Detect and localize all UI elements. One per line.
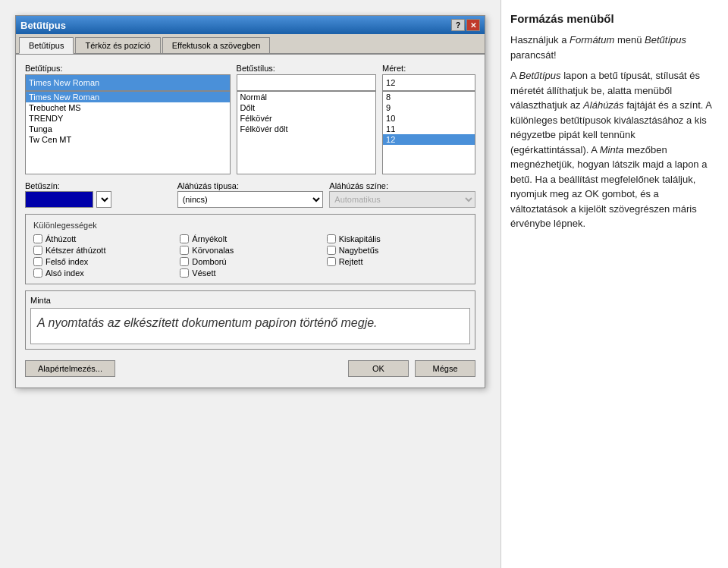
checkbox-ketszer-athuzott: Kétszer áthúzott [33, 246, 174, 255]
color-dropdown[interactable]: ▼ [96, 191, 111, 208]
checkbox-arnyekolt-label: Árnyékolt [192, 234, 227, 243]
font-list-item[interactable]: Tunga [26, 124, 230, 134]
checkbox-arnyekolt: Árnyékolt [180, 234, 320, 243]
underline-type-select[interactable]: (nincs) [177, 191, 324, 208]
checkbox-korvonalas-label: Körvonalas [192, 246, 234, 255]
underline-color-col: Aláhúzás színe: Automatikus [329, 180, 475, 208]
font-list[interactable]: Times New Roman Trebuchet MS TRENDY Tung… [25, 91, 231, 174]
checkbox-felso-index-label: Felső index [46, 257, 88, 266]
font-input[interactable] [25, 74, 231, 91]
dialog-title: Betűtípus [20, 20, 66, 31]
checkbox-rejtett: Rejtett [327, 257, 467, 266]
checkbox-kiskapitalis-input[interactable] [327, 234, 336, 243]
font-list-item[interactable]: Tw Cen MT [26, 134, 230, 145]
special-box: Különlegességek Áthúzott Árnyékolt Kiska… [25, 214, 475, 284]
default-button[interactable]: Alapértelmezés... [25, 360, 115, 377]
style-list-item[interactable]: Félkövér dőlt [237, 124, 375, 134]
help-text: Használjuk a Formátum menü Betűtípus par… [510, 33, 716, 231]
ok-button[interactable]: OK [348, 360, 409, 377]
size-col: Méret: 8 9 10 11 12 [382, 64, 475, 174]
underline-type-label: Aláhúzás típusa: [177, 181, 239, 190]
help-paragraph-1: Használjuk a Formátum menü Betűtípus par… [510, 33, 716, 62]
checkbox-kiskapitalis: Kiskapitális [327, 234, 467, 243]
checkbox-rejtett-label: Rejtett [339, 257, 363, 266]
checkbox-athuzott-input[interactable] [33, 234, 42, 243]
tab-effects[interactable]: Effektusok a szövegben [162, 37, 271, 53]
checkbox-domboru-label: Domború [192, 257, 226, 266]
font-list-item[interactable]: TRENDY [26, 113, 230, 124]
checkbox-domboru-input[interactable] [180, 257, 189, 266]
size-list-item[interactable]: 8 [383, 92, 475, 102]
underline-row: Betűszín: ▼ Aláhúzás típusa: (nincs) [25, 180, 475, 208]
font-dialog: Betűtípus ? ✕ Betűtípus Térköz és pozíci… [15, 15, 485, 388]
tab-bar: Betűtípus Térköz és pozíció Effektusok a… [16, 34, 485, 55]
font-list-item[interactable]: Trebuchet MS [26, 102, 230, 113]
checkbox-domboru: Domború [180, 257, 320, 266]
title-bar: Betűtípus ? ✕ [16, 16, 485, 34]
font-list-item[interactable]: Times New Roman [26, 92, 230, 102]
checkbox-arnyekolt-input[interactable] [180, 234, 189, 243]
color-col: Betűszín: ▼ [25, 180, 171, 208]
style-label: Betűstílus: [237, 64, 376, 73]
underline-type-col: Aláhúzás típusa: (nincs) [177, 180, 324, 208]
color-label: Betűszín: [25, 181, 60, 190]
preview-box: Minta A nyomtatás az elkészített dokumen… [25, 290, 475, 350]
checkbox-also-index: Alsó index [33, 268, 174, 278]
checkbox-korvonalas-input[interactable] [180, 246, 189, 255]
help-title: Formázás menüből [510, 12, 716, 25]
cancel-button[interactable]: Mégse [415, 360, 475, 377]
checkbox-vesett-input[interactable] [180, 268, 189, 278]
title-bar-buttons: ? ✕ [451, 19, 480, 31]
style-list-item[interactable]: Normál [237, 92, 375, 102]
checkbox-rejtett-input[interactable] [327, 257, 336, 266]
dialog-area: Betűtípus ? ✕ Betűtípus Térköz és pozíci… [0, 0, 500, 568]
bottom-buttons: Alapértelmezés... OK Mégse [25, 356, 475, 378]
size-list-item[interactable]: 11 [383, 124, 475, 134]
size-list[interactable]: 8 9 10 11 12 [382, 91, 475, 174]
font-row: Betűtípus: Times New Roman Trebuchet MS … [25, 64, 475, 174]
checkbox-felso-index: Felső index [33, 257, 174, 266]
help-button[interactable]: ? [451, 19, 465, 31]
checkbox-athuzott: Áthúzott [33, 234, 174, 243]
style-list-item[interactable]: Félkövér [237, 113, 375, 124]
checkbox-nagybetus-input[interactable] [327, 246, 336, 255]
checkbox-nagybetus-label: Nagybetűs [339, 246, 379, 255]
checkbox-also-index-input[interactable] [33, 268, 42, 278]
style-list[interactable]: Normál Dőlt Félkövér Félkövér dőlt [237, 91, 376, 174]
checkbox-korvonalas: Körvonalas [180, 246, 320, 255]
checkbox-vesett: Vésett [180, 268, 320, 278]
special-title: Különlegességek [33, 221, 467, 230]
tab-spacing[interactable]: Térköz és pozíció [75, 37, 160, 53]
color-swatch[interactable] [25, 191, 93, 208]
preview-content: A nyomtatás az elkészített dokumentum pa… [30, 308, 470, 344]
checkbox-also-index-label: Alsó index [46, 268, 84, 278]
checkbox-ketszer-athuzott-label: Kétszer áthúzott [46, 246, 106, 255]
size-label: Méret: [382, 64, 475, 73]
underline-color-select[interactable]: Automatikus [329, 191, 475, 208]
size-list-item[interactable]: 9 [383, 102, 475, 113]
close-button[interactable]: ✕ [466, 19, 480, 31]
checkbox-vesett-label: Vésett [192, 268, 215, 278]
help-area: Formázás menüből Használjuk a Formátum m… [500, 0, 728, 568]
help-paragraph-2: A Betűtípus lapon a betű típusát, stílus… [510, 68, 716, 231]
font-col: Betűtípus: Times New Roman Trebuchet MS … [25, 64, 231, 174]
ok-cancel-group: OK Mégse [348, 360, 475, 377]
preview-title: Minta [30, 296, 470, 305]
underline-color-label: Aláhúzás színe: [329, 181, 388, 190]
checkbox-nagybetus: Nagybetűs [327, 246, 467, 255]
style-col: Betűstílus: Normál Dőlt Félkövér Félkövé… [237, 64, 376, 174]
style-list-item[interactable]: Dőlt [237, 102, 375, 113]
size-input[interactable] [382, 74, 475, 91]
size-list-item[interactable]: 12 [383, 134, 475, 145]
font-label: Betűtípus: [25, 64, 231, 73]
checkbox-ketszer-athuzott-input[interactable] [33, 246, 42, 255]
style-input[interactable] [237, 74, 376, 91]
dialog-body: Betűtípus: Times New Roman Trebuchet MS … [16, 55, 485, 388]
special-grid: Áthúzott Árnyékolt Kiskapitális Kétszer … [33, 234, 467, 278]
checkbox-athuzott-label: Áthúzott [46, 234, 76, 243]
checkbox-kiskapitalis-label: Kiskapitális [339, 234, 381, 243]
checkbox-felso-index-input[interactable] [33, 257, 42, 266]
size-list-item[interactable]: 10 [383, 113, 475, 124]
preview-text: A nyomtatás az elkészített dokumentum pa… [37, 316, 378, 329]
tab-font[interactable]: Betűtípus [19, 37, 74, 54]
